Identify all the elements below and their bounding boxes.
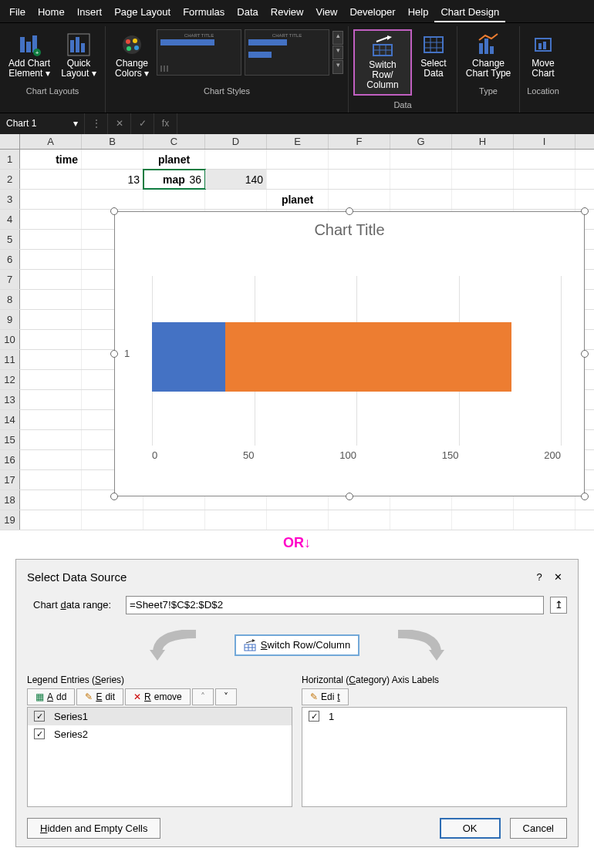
cell-A7[interactable] bbox=[20, 270, 82, 289]
row-12[interactable]: 12 bbox=[0, 370, 20, 389]
move-chart-button[interactable]: Move Chart bbox=[525, 29, 562, 82]
tab-developer[interactable]: Developer bbox=[343, 3, 401, 22]
change-colors-button[interactable]: Change Colors ▾ bbox=[110, 29, 154, 82]
row-16[interactable]: 16 bbox=[0, 450, 20, 469]
cell-D19[interactable] bbox=[205, 510, 267, 530]
col-H[interactable]: H bbox=[452, 134, 514, 149]
row-13[interactable]: 13 bbox=[0, 390, 20, 409]
series-item-2[interactable]: ✓ Series2 bbox=[28, 725, 292, 743]
chart-handle-br[interactable] bbox=[581, 493, 589, 500]
cell-C19[interactable] bbox=[143, 510, 205, 530]
chart-styles-gallery[interactable]: CHART TITLE CHART TITLE ▴ ▾ ▾ bbox=[157, 29, 343, 76]
row-19[interactable]: 19 bbox=[0, 510, 20, 530]
col-A[interactable]: A bbox=[20, 134, 82, 149]
chart-handle-tr[interactable] bbox=[581, 207, 589, 215]
chart-handle-ml[interactable] bbox=[110, 350, 118, 358]
col-D[interactable]: D bbox=[205, 134, 267, 149]
cell-E1[interactable] bbox=[267, 150, 329, 169]
dialog-close-button[interactable]: ✕ bbox=[548, 571, 567, 583]
name-box[interactable]: Chart 1 ▾ bbox=[0, 113, 85, 134]
move-up-button[interactable]: ˄ bbox=[192, 688, 214, 705]
cell-E3[interactable]: planet main bbox=[267, 190, 329, 209]
cell-A14[interactable] bbox=[20, 410, 82, 429]
chart-plot-area[interactable]: 1 0 50 100 150 200 bbox=[138, 245, 561, 461]
cell-G1[interactable] bbox=[390, 150, 452, 169]
tab-view[interactable]: View bbox=[309, 3, 343, 22]
cell-D3[interactable] bbox=[205, 190, 267, 209]
cell-I2[interactable] bbox=[514, 170, 575, 189]
series-listbox[interactable]: ✓ Series1 ✓ Series2 bbox=[27, 707, 292, 807]
col-C[interactable]: C bbox=[143, 134, 205, 149]
row-11[interactable]: 11 bbox=[0, 350, 20, 369]
name-box-dropdown-icon[interactable]: ▾ bbox=[73, 118, 78, 129]
chart-series1-bar[interactable] bbox=[152, 322, 225, 392]
tab-chart-design[interactable]: Chart Design bbox=[434, 3, 505, 22]
axis-listbox[interactable]: ✓ 1 bbox=[302, 707, 567, 807]
switch-row-column-dialog-button[interactable]: Switch Row/Column bbox=[235, 634, 359, 656]
tab-home[interactable]: Home bbox=[32, 3, 71, 22]
tab-help[interactable]: Help bbox=[402, 3, 435, 22]
tab-data[interactable]: Data bbox=[231, 3, 264, 22]
chart-data-range-input[interactable] bbox=[126, 596, 544, 614]
options-button[interactable]: ⋮ bbox=[85, 113, 108, 134]
row-15[interactable]: 15 bbox=[0, 430, 20, 449]
cell-I1[interactable] bbox=[514, 150, 575, 169]
cell-A9[interactable] bbox=[20, 310, 82, 329]
cell-D2[interactable]: 140 bbox=[205, 170, 267, 189]
col-G[interactable]: G bbox=[390, 134, 452, 149]
tab-insert[interactable]: Insert bbox=[71, 3, 109, 22]
tab-formulas[interactable]: Formulas bbox=[177, 3, 231, 22]
switch-row-column-button[interactable]: Switch Row/ Column bbox=[353, 29, 412, 96]
tab-page-layout[interactable]: Page Layout bbox=[108, 3, 177, 22]
move-down-button[interactable]: ˅ bbox=[215, 688, 237, 705]
add-series-button[interactable]: ▦Add bbox=[27, 688, 75, 705]
col-B[interactable]: B bbox=[82, 134, 143, 149]
cell-A4[interactable] bbox=[20, 210, 82, 229]
row-4[interactable]: 4 bbox=[0, 210, 20, 229]
cell-H1[interactable] bbox=[452, 150, 514, 169]
tab-review[interactable]: Review bbox=[265, 3, 310, 22]
select-data-button[interactable]: Select Data bbox=[415, 29, 452, 82]
chart-handle-mr[interactable] bbox=[581, 350, 589, 358]
ok-button[interactable]: OK bbox=[440, 818, 501, 839]
accept-formula-button[interactable]: ✓ bbox=[131, 113, 154, 134]
cell-C3[interactable] bbox=[143, 190, 205, 209]
row-8[interactable]: 8 bbox=[0, 290, 20, 309]
row-9[interactable]: 9 bbox=[0, 310, 20, 329]
row-5[interactable]: 5 bbox=[0, 230, 20, 249]
cancel-button[interactable]: Cancel bbox=[510, 818, 567, 839]
remove-series-button[interactable]: ✕Remove bbox=[125, 688, 191, 705]
cell-B19[interactable] bbox=[82, 510, 143, 530]
cell-A16[interactable] bbox=[20, 450, 82, 469]
chart-handle-bm[interactable] bbox=[346, 493, 353, 500]
cell-A15[interactable] bbox=[20, 430, 82, 449]
axis1-checkbox[interactable]: ✓ bbox=[309, 711, 319, 722]
cell-B2[interactable]: 13 bbox=[82, 170, 143, 189]
series-item-1[interactable]: ✓ Series1 bbox=[28, 708, 292, 725]
cell-A19[interactable] bbox=[20, 510, 82, 530]
row-3[interactable]: 3 bbox=[0, 190, 20, 209]
edit-axis-button[interactable]: ✎Edit bbox=[302, 688, 349, 705]
cell-E2[interactable] bbox=[267, 170, 329, 189]
formula-bar-input[interactable] bbox=[177, 113, 594, 134]
cell-G3[interactable] bbox=[390, 190, 452, 209]
row-6[interactable]: 6 bbox=[0, 250, 20, 269]
cell-I3[interactable] bbox=[514, 190, 575, 209]
chart-handle-tl[interactable] bbox=[110, 207, 118, 215]
styles-down[interactable]: ▾ bbox=[332, 45, 343, 59]
cell-A1[interactable]: time bbox=[20, 150, 82, 169]
styles-scroll[interactable]: ▴ ▾ ▾ bbox=[332, 31, 343, 74]
styles-up[interactable]: ▴ bbox=[332, 31, 343, 45]
row-18[interactable]: 18 bbox=[0, 490, 20, 510]
chart-handle-tm[interactable] bbox=[346, 207, 353, 215]
cell-A18[interactable] bbox=[20, 490, 82, 510]
chart-series2-bar[interactable] bbox=[225, 322, 511, 392]
cell-A17[interactable] bbox=[20, 470, 82, 490]
fx-button[interactable]: fx bbox=[154, 113, 177, 134]
cell-G2[interactable] bbox=[390, 170, 452, 189]
cell-A8[interactable] bbox=[20, 290, 82, 309]
cell-F1[interactable] bbox=[329, 150, 390, 169]
row-10[interactable]: 10 bbox=[0, 330, 20, 349]
col-F[interactable]: F bbox=[329, 134, 390, 149]
cell-I19[interactable] bbox=[514, 510, 575, 530]
